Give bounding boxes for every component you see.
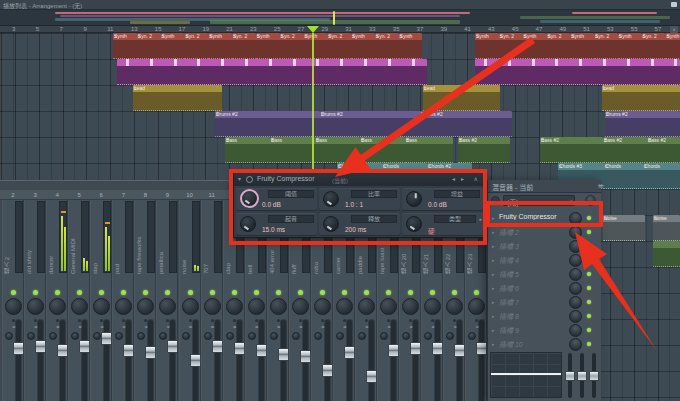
effect-slot-label[interactable]: 插槽 7 [499,297,519,307]
ratio-knob[interactable] [323,191,339,207]
mixer-channel[interactable]: 插入 2◂▸ [2,200,24,401]
volume-fader[interactable] [369,320,374,401]
pattern-clip[interactable]: ≡Bass [270,137,315,163]
fader-handle[interactable] [388,344,399,357]
stereo-knob[interactable] [226,332,234,340]
effect-slot-label[interactable]: 插槽 6 [499,283,519,293]
pattern-clip[interactable]: ≡Lead [423,85,500,111]
stereo-knob[interactable] [115,332,123,340]
stereo-knob[interactable] [292,332,300,340]
pattern-clip[interactable]: ≡Synth [208,33,232,59]
fader-handle[interactable] [101,332,112,345]
fader-handle[interactable] [577,371,587,381]
effect-slot-label[interactable]: 插槽 5 [499,269,519,279]
pattern-clip[interactable]: ≡Synth [399,33,423,59]
slot-mix-knob[interactable] [569,282,582,295]
pattern-clip[interactable] [475,59,680,85]
volume-fader[interactable] [457,320,462,401]
attack-knob[interactable] [240,216,256,232]
fader-handle[interactable] [410,342,421,355]
fader-handle[interactable] [212,340,223,353]
slot-enable-led[interactable] [587,216,591,220]
pattern-clip[interactable]: ≡Bass #2 [540,137,603,163]
channel-knob[interactable] [358,298,375,315]
volume-fader[interactable] [148,320,153,401]
channel-enable-led[interactable] [11,290,16,295]
pattern-clip[interactable]: ≡Syn. 2 [375,33,399,59]
fader-handle[interactable] [57,344,68,357]
effect-slot-label[interactable]: Fruity Compressor [499,213,557,220]
channel-knob[interactable] [292,298,309,315]
mixer-channel[interactable]: noise◂▸ [179,200,201,401]
stereo-knob[interactable] [380,332,388,340]
effect-slot[interactable]: ▸插槽 2 [490,226,600,239]
channel-enable-led[interactable] [232,290,237,295]
pattern-clip[interactable] [117,59,427,85]
effect-slot[interactable]: ▸插槽 10 [490,338,600,351]
collapse-icon[interactable]: ∧ [474,175,478,182]
pattern-clip[interactable]: ≡Synth [303,33,327,59]
effect-slot[interactable]: ▸Fruity Compressor [490,212,600,225]
pattern-clip[interactable]: ≡Bass [360,137,405,163]
slot-mix-knob[interactable] [569,240,582,253]
channel-enable-led[interactable] [77,290,82,295]
effect-slot[interactable]: ▸插槽 3 [490,240,600,253]
volume-fader[interactable] [82,320,87,401]
pattern-clip[interactable]: ≡Syn. 2 [137,33,161,59]
channel-knob[interactable] [336,298,353,315]
channel-enable-led[interactable] [210,290,215,295]
mixer-channel[interactable]: 707◂▸ [201,200,223,401]
eq-preview[interactable] [490,352,562,398]
fader-handle[interactable] [256,344,267,357]
pattern-clip[interactable]: ≡Synth [351,33,375,59]
effect-slot[interactable]: ▸插槽 4 [490,254,600,267]
effect-slot[interactable]: ▸插槽 7 [490,296,600,309]
effect-slot-label[interactable]: 插槽 8 [499,311,519,321]
mixer-channel[interactable]: petallica◂▸ [156,200,178,401]
slot-mix-knob[interactable] [569,226,582,239]
channel-knob[interactable] [5,298,22,315]
pattern-clip[interactable]: ≡Bass [315,137,360,163]
pattern-clip[interactable]: ≡Bass [225,137,270,163]
plugin-menu-icon[interactable]: ▾ [238,175,241,182]
threshold-knob[interactable] [240,189,259,208]
slot-mix-knob[interactable] [569,268,582,281]
stereo-knob[interactable] [446,332,454,340]
channel-enable-led[interactable] [188,290,193,295]
channel-knob[interactable] [380,298,397,315]
eq-band-slider[interactable] [580,353,584,398]
volume-fader[interactable] [16,320,21,401]
stereo-knob[interactable] [49,332,57,340]
pattern-clip[interactable]: ≡Bass #2 [458,137,510,163]
channel-enable-led[interactable] [408,290,413,295]
stereo-knob[interactable] [314,332,322,340]
stereo-knob[interactable] [204,332,212,340]
volume-fader[interactable] [281,320,286,401]
slot-enable-led[interactable] [587,272,591,276]
pattern-clip[interactable]: ≡Synth [665,33,680,59]
slot-mix-knob[interactable] [569,324,582,337]
effect-slot-label[interactable]: 插槽 3 [499,241,519,251]
effect-slot[interactable]: ▸插槽 9 [490,324,600,337]
effect-slot-label[interactable]: 插槽 4 [499,255,519,265]
channel-enable-led[interactable] [55,290,60,295]
stereo-knob[interactable] [424,332,432,340]
fader-handle[interactable] [344,346,355,359]
pattern-clip[interactable]: ≡Drums #2 [215,111,320,137]
pattern-clip[interactable]: ≡Noise [603,215,645,241]
slot-enable-led[interactable] [587,258,591,262]
pattern-clip[interactable]: ≡Syn. 2 [184,33,208,59]
pattern-clip[interactable]: ≡Synth [475,33,499,59]
stereo-knob[interactable] [468,332,476,340]
pattern-clip[interactable]: ≡Syn. 2 [280,33,304,59]
pattern-clip[interactable]: ≡Syn. 2 [594,33,618,59]
fader-handle[interactable] [190,354,201,367]
fader-handle[interactable] [123,344,134,357]
channel-knob[interactable] [204,298,221,315]
volume-fader[interactable] [193,320,198,401]
pattern-clip[interactable]: ≡Noise [653,215,680,241]
mixer-channel[interactable]: slap◂▸ [90,200,112,401]
channel-knob[interactable] [71,298,88,315]
stereo-knob[interactable] [5,332,13,340]
release-knob[interactable] [323,216,339,232]
